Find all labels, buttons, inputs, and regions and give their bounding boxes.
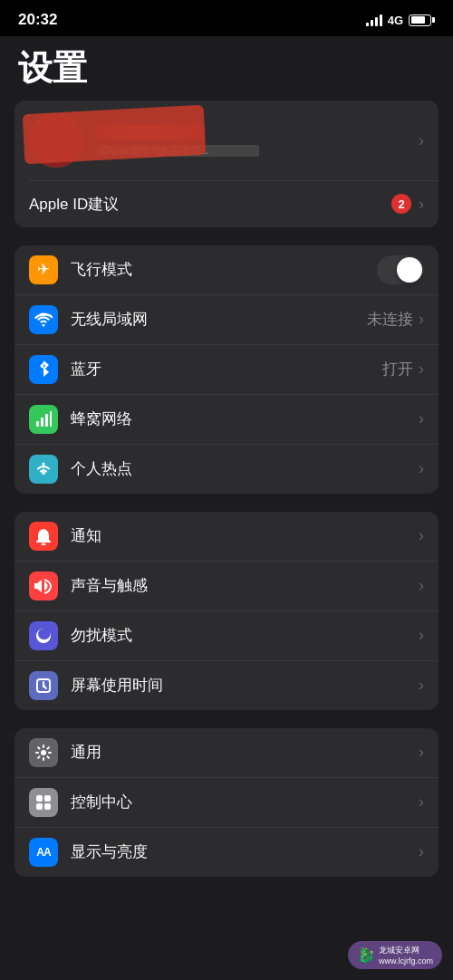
notifications-row[interactable]: 通知 › [14,512,439,562]
apple-id-right: 2 › [391,194,424,214]
status-time: 20:32 [18,11,57,29]
profile-info: iCloud 媒体与购买项目... [96,125,259,157]
dnd-row[interactable]: 勿扰模式 › [14,611,439,661]
cellular-label: 蜂窝网络 [71,408,419,429]
svg-rect-12 [44,803,51,810]
wifi-icon [29,305,58,334]
svg-point-4 [42,471,45,475]
sounds-row[interactable]: 声音与触感 › [14,562,439,611]
screentime-label: 屏幕使用时间 [71,675,419,696]
general-section: 通用 › 控制中心 › AA [14,728,439,877]
hotspot-chevron: › [419,459,424,478]
profile-section: iCloud 媒体与购买项目... › Apple ID建议 2 › [14,101,439,227]
bluetooth-row[interactable]: 蓝牙 打开 › [14,345,439,395]
profile-name-redacted [96,125,205,139]
general-label: 通用 [71,742,419,763]
airplane-label: 飞行模式 [71,259,377,280]
wifi-value: 未连接 [367,309,413,330]
hotspot-label: 个人热点 [71,458,419,479]
screentime-icon [29,671,58,700]
general-row[interactable]: 通用 › [14,728,439,778]
sounds-label: 声音与触感 [71,575,419,596]
controlcenter-chevron: › [419,793,424,812]
dnd-right: › [419,626,424,645]
watermark-text: 龙城安卓网www.lcjrfg.com [379,945,433,966]
general-chevron: › [419,743,424,762]
hotspot-icon [29,455,58,484]
wifi-label: 无线局域网 [71,309,367,330]
airplane-toggle[interactable] [377,255,424,284]
display-chevron: › [419,842,424,861]
status-icons: 4G [366,14,435,27]
hotspot-right: › [419,459,424,478]
screentime-row[interactable]: 屏幕使用时间 › [14,661,439,710]
signal-icon [366,14,382,26]
screentime-right: › [419,676,424,695]
airplane-toggle-container[interactable] [377,255,424,284]
general-right: › [419,743,424,762]
svg-rect-10 [44,795,51,802]
dnd-chevron: › [419,626,424,645]
apple-id-row[interactable]: Apple ID建议 2 › [14,181,439,227]
airplane-row[interactable]: ✈ 飞行模式 [14,245,439,295]
bluetooth-value: 打开 [382,359,413,380]
notifications-icon [29,522,58,551]
display-row[interactable]: AA 显示与亮度 › [14,828,439,877]
page-title: 设置 [18,45,435,91]
svg-rect-3 [50,411,52,427]
bluetooth-label: 蓝牙 [71,359,382,380]
wifi-right: 未连接 › [367,309,424,330]
bluetooth-right: 打开 › [382,359,424,380]
avatar [29,113,83,168]
apple-id-label: Apple ID建议 [29,194,119,215]
controlcenter-right: › [419,793,424,812]
status-bar: 20:32 4G [0,0,453,36]
scroll-area[interactable]: iCloud 媒体与购买项目... › Apple ID建议 2 › [0,101,453,980]
svg-point-6 [42,543,46,545]
notifications-label: 通知 [71,525,419,546]
svg-point-8 [41,750,46,755]
profile-chevron: › [419,131,424,150]
apple-id-badge: 2 [391,194,411,214]
airplane-icon: ✈ [29,255,58,284]
display-icon: AA [29,838,58,867]
bluetooth-icon [29,355,58,384]
dnd-label: 勿扰模式 [71,625,419,646]
profile-row[interactable]: iCloud 媒体与购买项目... › [14,101,439,180]
watermark-icon: 🐉 [357,946,375,964]
cellular-right: › [419,409,424,428]
cellular-row[interactable]: 蜂窝网络 › [14,395,439,445]
svg-rect-9 [36,795,43,802]
controlcenter-row[interactable]: 控制中心 › [14,778,439,828]
sounds-right: › [419,576,424,595]
sounds-icon [29,572,58,600]
airplane-toggle-knob [397,257,422,283]
watermark: 🐉 龙城安卓网www.lcjrfg.com [348,941,442,969]
svg-rect-1 [41,418,43,427]
page-header: 设置 [0,36,453,101]
notifications-section: 通知 › 声音与触感 › [14,512,439,710]
notifications-right: › [419,526,424,545]
controlcenter-icon [29,788,58,817]
controlcenter-label: 控制中心 [71,792,419,812]
notifications-chevron: › [419,526,424,545]
svg-point-5 [43,462,45,465]
battery-icon [409,14,435,26]
cellular-icon [29,405,58,434]
screentime-chevron: › [419,676,424,695]
bluetooth-chevron: › [419,360,424,379]
wifi-chevron: › [419,310,424,329]
display-right: › [419,842,424,861]
hotspot-row[interactable]: 个人热点 › [14,445,439,494]
dnd-icon [29,621,58,650]
svg-rect-11 [36,803,43,810]
general-icon [29,738,58,767]
connectivity-section: ✈ 飞行模式 无线局域网 未连接 › [14,245,439,494]
svg-rect-2 [45,414,48,427]
display-label: 显示与亮度 [71,841,419,862]
wifi-row[interactable]: 无线局域网 未连接 › [14,295,439,345]
network-type: 4G [388,14,403,27]
svg-rect-0 [36,421,39,427]
sounds-chevron: › [419,576,424,595]
profile-left: iCloud 媒体与购买项目... [29,113,259,168]
